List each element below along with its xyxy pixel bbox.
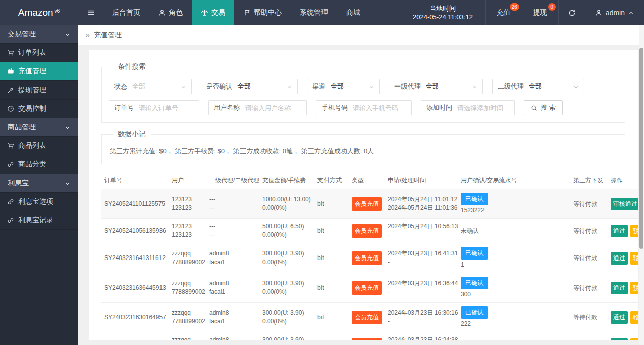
col-actions: 操作 [608, 171, 638, 189]
search-panel: 条件搜索 状态 全部 是否确认 全部 渠道 全部 一级 [101, 62, 625, 123]
pay-method: bit [317, 200, 346, 208]
reject-button[interactable]: 驳回 [630, 252, 638, 265]
third-party-status: 等待付款 [573, 254, 605, 263]
withdraw-shortcut[interactable]: 提现 0 [522, 0, 558, 25]
reject-button[interactable]: 驳回 [630, 311, 638, 324]
nav-item-help-center[interactable]: 帮助中心 [234, 0, 291, 25]
user-name: 123123 [172, 222, 203, 231]
agent-level1: admin8 [209, 336, 256, 340]
search-icon [531, 105, 537, 111]
sidebar-item-order-list[interactable]: 订单列表 [0, 44, 78, 62]
user-name-field: 用户名称 [208, 100, 307, 115]
fee: 0.00(0%) [262, 231, 311, 239]
order-number-label: 订单号 [109, 103, 139, 112]
nav-item-label: 角色 [169, 8, 183, 17]
phone-input[interactable] [353, 104, 411, 112]
table-row: SY2405241101125575123123123123------1000… [101, 189, 638, 219]
status-select-label: 状态 [109, 82, 132, 91]
type-badge: 会员充值 [352, 197, 382, 211]
reject-button[interactable]: 驳回 [630, 282, 638, 294]
agent1-select[interactable]: 一级代理 全部 [389, 79, 483, 94]
recharge-amount: 500.00(U: 6.50) [262, 222, 311, 231]
transaction-flow-number: 300 [461, 290, 567, 299]
sidebar-group-interest-treasure[interactable]: 利息宝 [0, 174, 78, 193]
row-actions: 通过驳回 [608, 303, 638, 332]
approve-button[interactable]: 通过 [611, 338, 628, 340]
scrollbar-thumb[interactable] [639, 48, 643, 249]
sidebar-item-trade-control[interactable]: 交易控制 [0, 100, 78, 118]
recharge-amount: 300.00(U: 3.90) [262, 309, 311, 317]
sidebar-item-goods-category[interactable]: 商品分类 [0, 155, 78, 174]
add-time-input[interactable] [457, 104, 514, 112]
row-actions: 通过驳回 [608, 219, 638, 243]
link-icon [7, 161, 14, 168]
nav-item-label: 系统管理 [300, 8, 328, 17]
recharge-shortcut[interactable]: 充值 26 [485, 0, 522, 25]
refresh-button[interactable] [558, 0, 585, 25]
search-panel-legend: 条件搜索 [113, 62, 151, 71]
user-name-input[interactable] [245, 104, 306, 112]
top-nav: 后台首页角色交易帮助中心系统管理商城 [103, 0, 369, 25]
nav-item-label: 交易 [211, 8, 225, 17]
agent-level1: --- [209, 195, 256, 204]
nav-item-system[interactable]: 系统管理 [291, 0, 337, 25]
recharge-amount: 300.00(U: 3.90) [262, 249, 311, 258]
nav-item-home[interactable]: 后台首页 [103, 0, 149, 25]
process-time: 2024年05月24日 11:01:36 [388, 204, 455, 212]
nav-item-label: 后台首页 [112, 8, 140, 17]
user-account: 123123 [172, 204, 203, 212]
type-badge: 会员充值 [352, 311, 382, 324]
chevron-up-icon [628, 10, 634, 16]
confirm-select[interactable]: 是否确认 全部 [201, 79, 298, 94]
reject-button[interactable]: 驳回 [630, 225, 638, 237]
summary-text: 第三方累计充值: $0， 第三方手续费: $0， 第三方成功收款: 0笔， 第三… [109, 142, 618, 157]
col-time: 申请/处理时间 [385, 171, 458, 189]
search-row-1: 状态 全部 是否确认 全部 渠道 全部 一级代理 全部 [109, 79, 618, 94]
confirmed-badge: 已确认 [461, 193, 488, 205]
sidebar-item-label: 利息宝记录 [18, 216, 53, 225]
audit-approve-button[interactable]: 审核通过 [611, 198, 638, 210]
wallet-icon [7, 68, 14, 75]
summary-panel-legend: 数据小记 [113, 130, 151, 139]
sidebar-item-interest-records[interactable]: 利息宝记录 [0, 211, 78, 230]
order-number-input[interactable] [139, 104, 199, 112]
approve-button[interactable]: 通过 [611, 311, 628, 324]
channel-select[interactable]: 渠道 全部 [307, 79, 380, 94]
nav-item-mall[interactable]: 商城 [337, 0, 369, 25]
sidebar-item-interest-options[interactable]: 利息宝选项 [0, 193, 78, 211]
approve-button[interactable]: 通过 [611, 252, 628, 265]
user-menu[interactable]: admin [585, 0, 644, 25]
search-button[interactable]: 搜 索 [524, 100, 563, 115]
breadcrumb: » 充值管理 [78, 25, 644, 45]
reject-button[interactable]: 驳回 [630, 338, 638, 340]
unconfirmed-text: 未确认 [461, 227, 567, 235]
col-confirm: 用户确认/交易流水号 [458, 171, 570, 189]
sidebar-item-goods-list[interactable]: 商品列表 [0, 137, 78, 155]
content-card: 条件搜索 状态 全部 是否确认 全部 渠道 全部 一级 [89, 50, 638, 340]
sidebar-item-withdraw-management[interactable]: 提现管理 [0, 81, 78, 100]
nav-item-label: 商城 [346, 8, 360, 17]
menu-toggle[interactable] [78, 0, 103, 25]
approve-button[interactable]: 通过 [611, 282, 628, 294]
confirmed-badge: 已确认 [461, 247, 488, 260]
agent-level1: admin8 [209, 309, 256, 317]
agent-level2: --- [209, 231, 256, 239]
table-row: SY2403231624382355zzzqqq7788899002admin8… [101, 332, 638, 340]
table-row: SY2405241056135936123123123123------500.… [101, 219, 638, 243]
sidebar-group-goods-management[interactable]: 商品管理 [0, 118, 78, 137]
sidebar-item-recharge-management[interactable]: 充值管理 [0, 62, 78, 81]
chevron-down-icon [65, 125, 70, 130]
local-time-value: 2024-05-24 11:03:12 [413, 13, 473, 21]
sidebar-group-trade-management[interactable]: 交易管理 [0, 25, 78, 44]
agent2-select[interactable]: 二级代理 全部 [492, 79, 584, 94]
nav-item-roles[interactable]: 角色 [149, 0, 192, 25]
nav-item-trade[interactable]: 交易 [192, 0, 234, 25]
page-scrollbar[interactable] [639, 25, 644, 345]
status-select[interactable]: 状态 全部 [109, 79, 192, 94]
transaction-flow-number: 1 [461, 261, 567, 269]
app-logo: Amazonv6 [0, 0, 78, 25]
user-name: zzzqqq [172, 249, 203, 258]
topbar-right: 当地时间 2024-05-24 11:03:12 充值 26 提现 0 admi… [400, 0, 644, 25]
approve-button[interactable]: 通过 [611, 225, 628, 237]
topbar: Amazonv6 后台首页角色交易帮助中心系统管理商城 当地时间 2024-05… [0, 0, 644, 25]
